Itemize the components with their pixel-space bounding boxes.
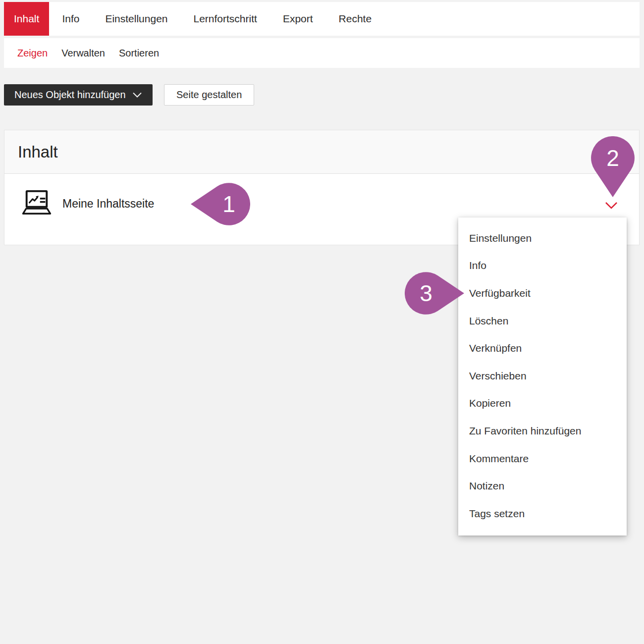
menu-item-verschieben[interactable]: Verschieben bbox=[458, 362, 627, 390]
chevron-down-icon bbox=[605, 201, 618, 210]
content-item-link[interactable]: Meine Inhaltsseite bbox=[62, 197, 154, 211]
new-object-button-label: Neues Objekt hinzufügen bbox=[14, 89, 126, 101]
content-panel-header: Inhalt bbox=[4, 130, 639, 174]
tab-rechte[interactable]: Rechte bbox=[326, 2, 385, 36]
page: Inhalt Info Einstellungen Lernfortschrit… bbox=[0, 0, 644, 644]
annotation-marker-2: 2 bbox=[600, 145, 626, 171]
design-page-button[interactable]: Seite gestalten bbox=[164, 84, 254, 106]
design-page-button-label: Seite gestalten bbox=[176, 89, 242, 101]
actions-dropdown-menu: Einstellungen Info Verfügbarkeit Löschen… bbox=[458, 217, 627, 536]
subtab-bar: Zeigen Verwalten Sortieren bbox=[4, 38, 640, 68]
tab-export[interactable]: Export bbox=[270, 2, 326, 36]
menu-item-verknuepfen[interactable]: Verknüpfen bbox=[458, 334, 627, 362]
chevron-down-icon bbox=[132, 92, 142, 98]
menu-item-zu-favoriten-hinzufuegen[interactable]: Zu Favoriten hinzufügen bbox=[458, 417, 627, 445]
tab-info[interactable]: Info bbox=[49, 2, 92, 36]
actions-dropdown-trigger[interactable] bbox=[605, 201, 618, 210]
subtab-verwalten[interactable]: Verwalten bbox=[54, 38, 112, 68]
subtab-sortieren[interactable]: Sortieren bbox=[112, 38, 166, 68]
menu-item-info[interactable]: Info bbox=[458, 252, 627, 280]
content-page-laptop-chart-icon bbox=[21, 189, 52, 217]
annotation-marker-3: 3 bbox=[413, 280, 439, 306]
tab-lernfortschritt[interactable]: Lernfortschritt bbox=[181, 2, 270, 36]
tab-inhalt[interactable]: Inhalt bbox=[4, 2, 49, 36]
subtab-zeigen[interactable]: Zeigen bbox=[10, 38, 54, 68]
menu-item-kommentare[interactable]: Kommentare bbox=[458, 445, 627, 473]
menu-item-kopieren[interactable]: Kopieren bbox=[458, 390, 627, 418]
menu-item-verfuegbarkeit[interactable]: Verfügbarkeit bbox=[458, 279, 627, 307]
menu-item-einstellungen[interactable]: Einstellungen bbox=[458, 224, 627, 252]
menu-item-notizen[interactable]: Notizen bbox=[458, 472, 627, 500]
new-object-button[interactable]: Neues Objekt hinzufügen bbox=[4, 84, 153, 106]
menu-item-loeschen[interactable]: Löschen bbox=[458, 307, 627, 335]
tab-bar: Inhalt Info Einstellungen Lernfortschrit… bbox=[4, 2, 640, 36]
panel-title: Inhalt bbox=[18, 143, 58, 161]
tab-einstellungen[interactable]: Einstellungen bbox=[92, 2, 180, 36]
annotation-marker-1: 1 bbox=[216, 191, 242, 217]
menu-item-tags-setzen[interactable]: Tags setzen bbox=[458, 500, 627, 528]
